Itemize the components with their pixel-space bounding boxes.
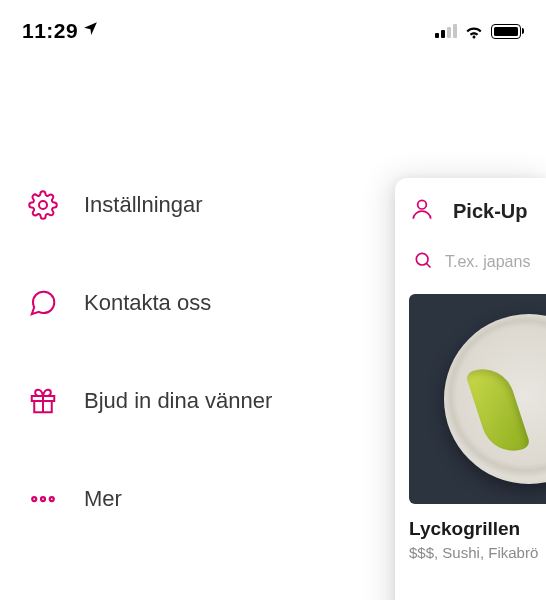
menu-label: Mer	[84, 486, 122, 512]
chat-icon	[28, 288, 58, 318]
svg-line-9	[427, 264, 431, 268]
svg-point-8	[416, 253, 428, 265]
status-bar: 11:29	[0, 0, 546, 48]
svg-point-7	[418, 200, 427, 209]
gear-icon	[28, 190, 58, 220]
status-time-text: 11:29	[22, 19, 78, 43]
menu-label: Kontakta oss	[84, 290, 211, 316]
battery-icon	[491, 24, 525, 39]
gift-icon	[28, 386, 58, 416]
wifi-icon	[463, 23, 485, 39]
svg-point-0	[39, 201, 47, 209]
svg-point-6	[50, 497, 54, 501]
side-menu: Inställningar Kontakta oss Bjud in d	[0, 174, 380, 530]
menu-label: Bjud in dina vänner	[84, 388, 272, 414]
main-card[interactable]: Pick-Up T.ex. japans Lyckogrillen $$$, S…	[395, 178, 546, 600]
restaurant-meta: $$$, Sushi, Fikabrö	[409, 544, 546, 561]
menu-item-settings[interactable]: Inställningar	[0, 174, 380, 236]
menu-label: Inställningar	[84, 192, 203, 218]
search-icon	[413, 250, 433, 274]
menu-item-more[interactable]: Mer	[0, 468, 380, 530]
restaurant-name: Lyckogrillen	[409, 518, 546, 540]
card-header: Pick-Up	[409, 196, 546, 226]
search-bar[interactable]: T.ex. japans	[409, 250, 546, 274]
more-icon	[28, 484, 58, 514]
location-icon	[82, 20, 99, 42]
restaurant-image[interactable]	[409, 294, 546, 504]
status-indicators	[435, 23, 525, 39]
card-title: Pick-Up	[453, 200, 527, 223]
search-placeholder: T.ex. japans	[445, 253, 530, 271]
cellular-icon	[435, 24, 457, 38]
menu-item-contact[interactable]: Kontakta oss	[0, 272, 380, 334]
menu-item-invite[interactable]: Bjud in dina vänner	[0, 370, 380, 432]
profile-icon[interactable]	[409, 196, 435, 226]
status-time: 11:29	[22, 19, 99, 43]
svg-point-5	[41, 497, 45, 501]
svg-point-4	[32, 497, 36, 501]
